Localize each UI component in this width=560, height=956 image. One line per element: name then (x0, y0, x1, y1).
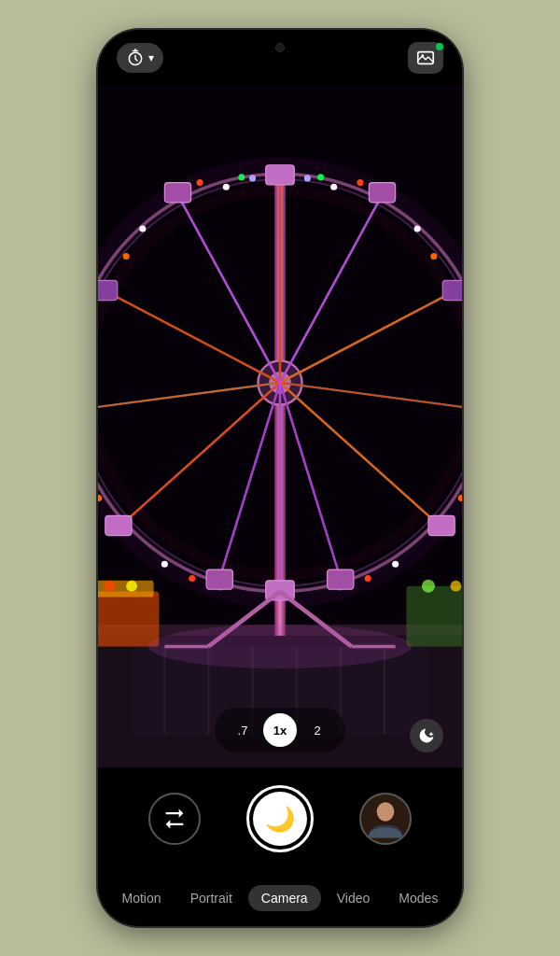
timer-button[interactable]: ▾ (117, 43, 163, 73)
thumbnail-button[interactable] (359, 793, 412, 845)
svg-point-110 (376, 802, 394, 821)
mode-tab-motion[interactable]: Motion (109, 885, 175, 911)
svg-point-2 (421, 54, 424, 57)
phone-device: ▾ (98, 30, 462, 926)
viewfinder: .7 1x 2 (98, 86, 462, 767)
top-bar: ▾ (98, 30, 462, 86)
zoom-2x-button[interactable]: 2 (301, 713, 334, 747)
ferris-scene (98, 86, 462, 767)
zoom-07-button[interactable]: .7 (226, 713, 259, 747)
chevron-icon: ▾ (148, 51, 154, 64)
zoom-controls: .7 1x 2 (215, 708, 345, 752)
phone-screen: ▾ (98, 30, 462, 926)
mode-tab-camera[interactable]: Camera (248, 885, 321, 911)
svg-point-100 (105, 581, 116, 592)
controls-bar: 🌙 (98, 767, 462, 870)
timer-icon (126, 49, 145, 67)
svg-point-103 (422, 580, 435, 593)
front-camera (275, 43, 285, 52)
svg-rect-102 (406, 586, 462, 647)
mode-tab-video[interactable]: Video (324, 885, 384, 911)
svg-rect-97 (98, 592, 159, 647)
shutter-inner: 🌙 (253, 792, 307, 846)
thumbnail-image (361, 793, 410, 845)
flip-icon (161, 806, 188, 832)
shutter-button[interactable]: 🌙 (246, 785, 314, 852)
zoom-1x-button[interactable]: 1x (263, 713, 297, 747)
shutter-moon-icon: 🌙 (265, 807, 295, 831)
svg-point-104 (451, 581, 462, 592)
status-dot (436, 43, 443, 50)
flip-camera-button[interactable] (148, 793, 201, 845)
mode-tab-portrait[interactable]: Portrait (177, 885, 245, 911)
gallery-icon (415, 48, 436, 68)
night-mode-button[interactable] (410, 719, 443, 752)
night-mode-icon (417, 726, 436, 745)
svg-point-101 (126, 581, 137, 592)
mode-tab-modes[interactable]: Modes (385, 885, 451, 911)
mode-tabs: Motion Portrait Camera Video Modes (98, 870, 462, 926)
svg-point-106 (148, 625, 413, 668)
